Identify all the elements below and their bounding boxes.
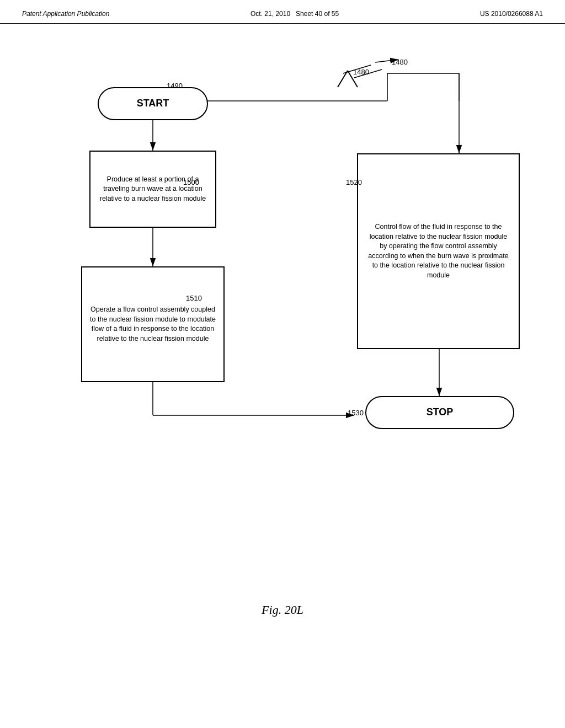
label-1520: 1520 <box>346 178 362 186</box>
flowchart: START 1490 Produce at least a portion of… <box>45 57 520 581</box>
label-1530: 1530 <box>348 409 364 417</box>
svg-line-14 <box>338 71 348 87</box>
start-shape: START <box>98 87 208 120</box>
main-content: 1480 <box>0 24 565 686</box>
page-header: Patent Application Publication Oct. 21, … <box>0 0 565 24</box>
label-1510: 1510 <box>186 294 202 302</box>
header-date-sheet: Oct. 21, 2010 Sheet 40 of 55 <box>250 10 339 18</box>
svg-line-1 <box>343 65 371 73</box>
box-operate-flow-control: Operate a flow control assembly coupled … <box>81 266 225 382</box>
box-produce-burn-wave: Produce at least a portion of a travelin… <box>89 151 216 228</box>
label-1500: 1500 <box>183 178 199 186</box>
header-sheet: Sheet 40 of 55 <box>296 10 339 18</box>
svg-line-2 <box>354 69 382 78</box>
figure-caption: Fig. 20L <box>33 603 532 617</box>
header-publication-label: Patent Application Publication <box>22 10 109 18</box>
label-1480-text: 1480 <box>392 58 408 66</box>
label-1490: 1490 <box>167 82 183 90</box>
header-date: Oct. 21, 2010 <box>250 10 290 18</box>
svg-line-15 <box>348 71 358 87</box>
box-control-flow: Control flow of the fluid in response to… <box>357 153 520 349</box>
header-patent-number: US 2010/0266088 A1 <box>480 10 543 18</box>
stop-shape: STOP <box>365 396 514 429</box>
